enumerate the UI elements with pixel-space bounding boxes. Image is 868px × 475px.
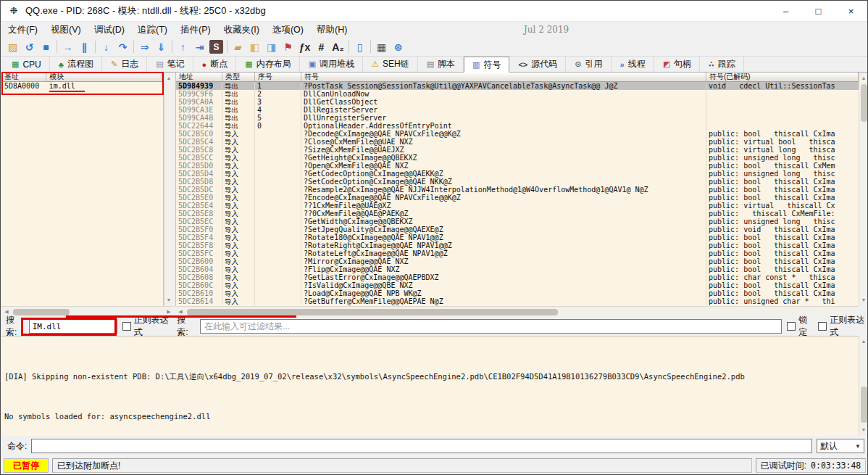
tab-seh[interactable]: ⚠ SEH链 — [363, 57, 418, 72]
scroll-down-icon[interactable]: ▼ — [164, 295, 173, 305]
lock-checkbox[interactable] — [787, 322, 796, 331]
modules-col-base[interactable]: 基址 — [1, 73, 46, 81]
menu-file[interactable]: 文件(F) — [1, 22, 44, 38]
search-input[interactable] — [29, 319, 117, 334]
tab-source[interactable]: <> 源代码 — [509, 57, 566, 72]
tab-cpu[interactable]: ▦ CPU — [3, 57, 50, 72]
symbol-row[interactable]: 5DC22644 导出 0 OptionalHeader.AddressOfEn… — [176, 122, 859, 130]
ascii-icon[interactable]: A₂ — [330, 39, 346, 55]
symbol-row[interactable]: 5DC2B5FC 导入 ?RotateLeft@CxImage@@QAE_NPA… — [176, 249, 859, 257]
tab-threads[interactable]: » 线程 — [612, 57, 654, 72]
symbols-vscrollbar[interactable]: ▲ ▼ — [859, 73, 868, 306]
symbols-hscrollbar[interactable]: ◀ — [175, 306, 859, 317]
toolbar-separator[interactable] — [93, 39, 98, 55]
symbol-row[interactable]: 5DC2B5D0 导入 ?Open@CxMemFile@@QAE_NXZ pub… — [176, 162, 859, 170]
tab-script[interactable]: ▤ 脚本 — [418, 57, 464, 72]
toolbar-separator[interactable] — [54, 39, 59, 55]
hash-icon[interactable]: # — [313, 39, 330, 55]
step-down-icon[interactable]: ⇓ — [153, 39, 170, 55]
open-file-icon[interactable]: ▨ — [4, 39, 21, 55]
scroll-down-icon[interactable]: ▼ — [859, 295, 868, 305]
tab-trace[interactable]: ∴ 跟踪 — [700, 57, 744, 72]
calculator-icon[interactable]: ▦ — [373, 39, 390, 55]
settings-icon[interactable]: ⊛ — [390, 39, 406, 55]
scroll-up-icon[interactable]: ▲ — [164, 73, 173, 83]
modules-col-module[interactable]: 模块 — [46, 73, 162, 81]
scylla-icon[interactable]: S — [209, 40, 223, 54]
bookmarks-icon[interactable]: ⚑ — [280, 39, 296, 55]
symbol-row[interactable]: 5D99CA3E 导出 4 DllRegisterServer — [176, 106, 859, 114]
symbol-row[interactable]: 5D99C9F6 导出 2 DllCanUnloadNow — [176, 90, 859, 98]
patches-icon[interactable]: ▰ — [230, 39, 246, 55]
symbols-col-decorated[interactable]: 符号(已解码) — [706, 73, 859, 81]
symbol-row[interactable]: 5DC2B610 导入 ?Load@CxImage@@QAE_NPB_WK@Z … — [176, 289, 859, 297]
filter-input[interactable] — [200, 319, 782, 334]
scrollbar-thumb[interactable] — [861, 387, 867, 423]
stop-icon[interactable]: ■ — [38, 39, 54, 55]
command-input[interactable] — [31, 439, 812, 453]
toolbar-separator[interactable] — [368, 39, 373, 55]
menu-plugins[interactable]: 插件(P) — [174, 22, 217, 38]
scroll-up-icon[interactable]: ▲ — [859, 73, 868, 83]
menu-help[interactable]: 帮助(H) — [310, 22, 354, 38]
tab-graph[interactable]: ♣ 流程图 — [50, 57, 102, 72]
run-to-user-code-icon[interactable]: ⇥ — [191, 39, 208, 55]
symbol-row[interactable]: 5DC2B608 导入 ?GetLastError@CxImage@@QAEPB… — [176, 273, 859, 281]
menu-options[interactable]: 选项(O) — [266, 22, 310, 38]
symbol-row[interactable]: 5DC2B5D4 导入 ?GetCodecOption@CxImage@@QAE… — [176, 170, 859, 178]
tab-references[interactable]: ⊙ 引用 — [566, 57, 611, 72]
symbol-row[interactable]: 5DC2B5F4 导入 ?Rotate180@CxImage@@QAE_NPAV… — [176, 234, 859, 241]
step-into-icon[interactable]: ↓ — [98, 39, 114, 55]
regex-checkbox[interactable] — [122, 322, 131, 331]
symbol-row[interactable]: 5DC2B600 导入 ?Mirror@CxImage@@QAE_NXZ pub… — [176, 257, 859, 265]
pause-icon[interactable]: ∥ — [76, 39, 93, 55]
toolbar-separator[interactable] — [131, 39, 136, 55]
regex-checkbox-2[interactable] — [818, 322, 827, 331]
tab-handles[interactable]: ◩ 句柄 — [654, 57, 700, 72]
symbol-row[interactable]: 5DC2B5EC 导入 ?GetWidth@CxImage@@QBEKXZ pu… — [176, 218, 859, 226]
step-out-icon[interactable]: ↑ — [175, 39, 191, 55]
modules-icon[interactable]: ▯ — [351, 39, 368, 55]
symbol-row[interactable]: 5DC2B5E4 导入 ??1CxMemFile@@UAE@XZ public:… — [176, 202, 859, 210]
symbol-row[interactable]: 5D99CA0A 导出 3 DllGetClassObject — [176, 98, 859, 106]
log-vscrollbar[interactable]: ▲ ▼ — [859, 336, 868, 436]
tab-memory-map[interactable]: ▦ 内存布局 — [236, 57, 299, 72]
minimize-button[interactable]: – — [769, 1, 802, 21]
tab-notes[interactable]: ▤ 笔记 — [147, 57, 193, 72]
toolbar-separator[interactable] — [170, 39, 175, 55]
functions-icon[interactable]: ƒx — [296, 39, 313, 55]
module-row[interactable]: 5D8A0000 im.dll — [1, 82, 163, 91]
tab-symbols[interactable]: ▥ 符号 — [464, 57, 509, 73]
maximize-button[interactable]: □ — [802, 1, 835, 21]
toolbar-separator[interactable] — [225, 39, 230, 55]
tab-breakpoints[interactable]: ● 断点 — [193, 57, 237, 72]
symbol-row[interactable]: 5D99CA4B 导出 5 DllUnregisterServer — [176, 114, 859, 122]
tab-call-stack[interactable]: ▣ 调用堆栈 — [300, 57, 363, 72]
scroll-up-icon[interactable]: ▲ — [859, 336, 868, 347]
symbol-row[interactable]: 5DC2B614 导入 ?GetBuffer@CxMemFile@@QAEPAE… — [176, 297, 859, 305]
comments-icon[interactable]: ◧ — [246, 39, 263, 55]
symbol-row[interactable]: 5DC2B5E0 导入 ?Encode@CxImage@@QAE_NPAVCxF… — [176, 194, 859, 202]
symbols-col-address[interactable]: 地址 — [176, 73, 222, 81]
symbol-row[interactable]: 5DC2B5F8 导入 ?RotateRight@CxImage@@QAE_NP… — [176, 241, 859, 249]
symbol-row[interactable]: 5DC2B5C4 导入 ?Close@CxMemFile@@UAE_NXZ pu… — [176, 138, 859, 146]
step-over-icon[interactable]: ↷ — [114, 39, 131, 55]
close-button[interactable]: × — [835, 1, 867, 21]
scrollbar-thumb[interactable] — [861, 84, 867, 122]
symbol-row[interactable]: 5DC2B5DC 导入 ?Resample2@CxImage@@QAE_NJJW… — [176, 186, 859, 194]
symbol-row[interactable]: 5D984939 导出 1 ?PostTask_Session@SessionT… — [176, 82, 859, 90]
symbol-row[interactable]: 5DC2B5D8 导入 ?SetCodecOption@CxImage@@QAE… — [176, 178, 859, 186]
scroll-down-icon[interactable]: ▼ — [859, 425, 868, 435]
execute-till-return-icon[interactable]: ⇒ — [136, 39, 153, 55]
symbols-col-type[interactable]: 类型 — [222, 73, 255, 81]
toolbar-separator[interactable] — [346, 39, 351, 55]
symbol-row[interactable]: 5DC2B5CC 导入 ?GetHeight@CxImage@@QBEKXZ p… — [176, 154, 859, 162]
scrollbar-thumb[interactable] — [187, 309, 558, 315]
modules-vscrollbar[interactable]: ▲ ▼ — [164, 73, 173, 306]
menu-trace[interactable]: 追踪(T) — [131, 22, 174, 38]
run-icon[interactable]: → — [59, 39, 76, 55]
command-profile-dropdown[interactable]: 默认 ▼ — [817, 439, 864, 453]
symbols-col-ordinal[interactable]: 序号 — [255, 73, 301, 81]
symbol-row[interactable]: 5DC2B5C0 导入 ?Decode@CxImage@@QAE_NPAVCxF… — [176, 130, 859, 138]
symbols-col-symbol[interactable]: 符号 — [301, 73, 706, 81]
